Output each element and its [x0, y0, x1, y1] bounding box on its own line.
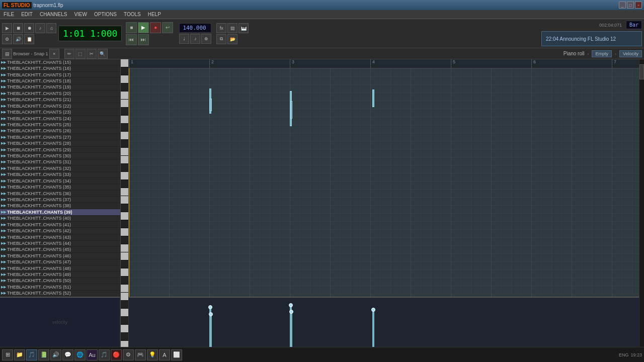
track-row[interactable]: ▶▶THEBLACKHITT..CHANTS (52)	[0, 291, 120, 297]
menu-item-file[interactable]: FILE	[2, 12, 16, 17]
track-row[interactable]: ▶▶THEBLACKHITT..CHANTS (21)	[0, 97, 120, 103]
track-row[interactable]: ▶▶THEBLACKHITT..CHANTS (31)	[0, 159, 120, 165]
pr-draw-tool[interactable]: ✏	[64, 49, 74, 59]
toolbar-icon-1[interactable]: ▶	[2, 23, 12, 33]
track-row[interactable]: ▶▶THEBLACKHITT..CHANTS (37)	[0, 197, 120, 203]
piano-black-key[interactable]	[121, 333, 128, 341]
toolbar-icon-4[interactable]: ♪	[35, 23, 45, 33]
piano-white-key[interactable]	[121, 100, 128, 108]
piano-icon[interactable]: 🎹	[238, 23, 249, 33]
piano-white-key[interactable]	[121, 268, 128, 277]
maximize-button[interactable]: □	[627, 2, 634, 9]
piano-black-key[interactable]	[121, 301, 128, 309]
piano-white-key[interactable]	[121, 341, 128, 347]
pr-delete-tool[interactable]: ✂	[87, 49, 97, 59]
taskbar-icon-14[interactable]: ⬜	[171, 349, 182, 360]
taskbar-icon-12[interactable]: 💡	[147, 349, 158, 360]
taskbar-explorer[interactable]: 📁	[14, 349, 25, 360]
pr-velocity-btn[interactable]: Velocity	[619, 50, 642, 57]
piano-white-key[interactable]	[121, 244, 128, 252]
plugin-icon[interactable]: ⧉	[216, 34, 226, 44]
piano-white-key[interactable]	[121, 75, 128, 83]
piano-white-key[interactable]	[121, 309, 128, 317]
taskbar-greenshot[interactable]: 📗	[38, 349, 49, 360]
track-row[interactable]: ▶▶THEBLACKHITT..CHANTS (46)	[0, 253, 120, 259]
track-row[interactable]: ▶▶THEBLACKHITT..CHANTS (47)	[0, 259, 120, 265]
piano-black-key[interactable]	[121, 204, 128, 212]
mix-icon[interactable]: ▤	[227, 23, 237, 33]
track-row[interactable]: ▶▶THEBLACKHITT..CHANTS (26)	[0, 128, 120, 134]
track-row[interactable]: ▶▶THEBLACKHITT..CHANTS (36)	[0, 191, 120, 197]
track-row[interactable]: ▶▶THEBLACKHITT..CHANTS (40)	[0, 216, 120, 222]
menu-item-edit[interactable]: EDIT	[20, 12, 34, 17]
track-row[interactable]: ▶▶THEBLACKHITT..CHANTS (20)	[0, 90, 120, 97]
piano-black-key[interactable]	[121, 164, 128, 172]
track-row[interactable]: ▶▶THEBLACKHITT..CHANTS (25)	[0, 122, 120, 128]
track-row[interactable]: ▶▶THEBLACKHITT..CHANTS (30)	[0, 153, 120, 159]
piano-white-key[interactable]	[121, 92, 128, 100]
misc-icon-2[interactable]: ♪	[190, 34, 200, 44]
scrollbar-vertical[interactable]	[639, 59, 644, 347]
piano-black-key[interactable]	[121, 220, 128, 228]
track-row[interactable]: ▶▶THEBLACKHITT..CHANTS (28)	[0, 140, 120, 146]
velocity-dot[interactable]	[209, 312, 213, 316]
taskbar-icon-9[interactable]: 🔴	[111, 349, 122, 360]
track-row[interactable]: ▶▶THEBLACKHITT..CHANTS (24)	[0, 116, 120, 122]
track-row[interactable]: ▶▶THEBLACKHITT..CHANTS (44)	[0, 240, 120, 246]
track-row[interactable]: ▶▶THEBLACKHITT..CHANTS (48)	[0, 265, 120, 272]
velocity-dot[interactable]	[289, 310, 293, 314]
minimize-button[interactable]: _	[619, 2, 626, 9]
piano-black-key[interactable]	[121, 140, 128, 148]
loop-btn[interactable]: ↩	[162, 22, 173, 33]
track-row[interactable]: ▶▶THEBLACKHITT..CHANTS (18)	[0, 78, 120, 84]
toolbar-icon-8[interactable]: 📋	[24, 34, 34, 44]
browser-icon[interactable]: 📂	[227, 34, 237, 44]
menu-item-tools[interactable]: TOOLS	[122, 12, 142, 17]
stop-btn[interactable]: ■	[126, 22, 137, 33]
track-row[interactable]: ▶▶THEBLACKHITT..CHANTS (23)	[0, 109, 120, 115]
track-row[interactable]: ▶▶THEBLACKHITT..CHANTS (43)	[0, 234, 120, 240]
note[interactable]	[372, 89, 374, 107]
piano-white-key[interactable]	[121, 148, 128, 156]
bpm-display[interactable]: 140.000	[179, 23, 211, 33]
piano-white-key[interactable]	[121, 116, 128, 124]
piano-white-key[interactable]	[121, 188, 128, 196]
browser-close[interactable]: ×	[49, 49, 59, 59]
piano-black-key[interactable]	[121, 260, 128, 268]
piano-white-key[interactable]	[121, 293, 128, 301]
track-row[interactable]: ▶▶THEBLACKHITT..CHANTS (45)	[0, 247, 120, 253]
misc-icon-1[interactable]: ♩	[179, 34, 189, 44]
toolbar-icon-7[interactable]: 🔊	[13, 34, 23, 44]
pr-empty-btn[interactable]: Empty	[592, 50, 612, 57]
velocity-dot[interactable]	[371, 308, 375, 312]
menu-item-view[interactable]: VIEW	[72, 12, 89, 17]
toolbar-icon-2[interactable]: ⏹	[13, 23, 23, 33]
taskbar-chrome[interactable]: 🌐	[74, 349, 86, 360]
track-row[interactable]: ▶▶THEBLACKHITT..CHANTS (22)	[0, 103, 120, 109]
track-row[interactable]: ▶▶THEBLACKHITT..CHANTS (41)	[0, 222, 120, 228]
taskbar-fl-studio[interactable]: 🎵	[26, 349, 37, 360]
taskbar-icon-13[interactable]: A	[159, 349, 170, 360]
piano-white-key[interactable]	[121, 252, 128, 260]
track-row[interactable]: ▶▶THEBLACKHITT..CHANTS (29)	[0, 147, 120, 153]
play-btn[interactable]: ▶	[138, 22, 149, 33]
track-row[interactable]: ▶▶THEBLACKHITT..CHANTS (39)	[0, 209, 120, 215]
taskbar-audition[interactable]: Au	[87, 349, 98, 360]
piano-black-key[interactable]	[121, 317, 128, 325]
piano-black-key[interactable]	[121, 67, 128, 75]
velocity-dot[interactable]	[208, 305, 212, 309]
toolbar-icon-3[interactable]: ⏺	[24, 23, 34, 33]
piano-white-key[interactable]	[121, 285, 128, 293]
taskbar-icon-8[interactable]: 🎵	[99, 349, 110, 360]
track-row[interactable]: ▶▶THEBLACKHITT..CHANTS (35)	[0, 184, 120, 190]
piano-black-key[interactable]	[121, 108, 128, 116]
track-row[interactable]: ▶▶THEBLACKHITT..CHANTS (51)	[0, 284, 120, 290]
track-row[interactable]: ▶▶THEBLACKHITT..CHANTS (16)	[0, 65, 120, 71]
piano-white-key[interactable]	[121, 156, 128, 164]
piano-black-key[interactable]	[121, 83, 128, 92]
piano-black-key[interactable]	[121, 124, 128, 132]
menu-item-options[interactable]: OPTIONS	[93, 12, 118, 17]
track-row[interactable]: ▶▶THEBLACKHITT..CHANTS (50)	[0, 278, 120, 284]
close-button[interactable]: ×	[635, 2, 642, 9]
piano-white-key[interactable]	[121, 212, 128, 220]
